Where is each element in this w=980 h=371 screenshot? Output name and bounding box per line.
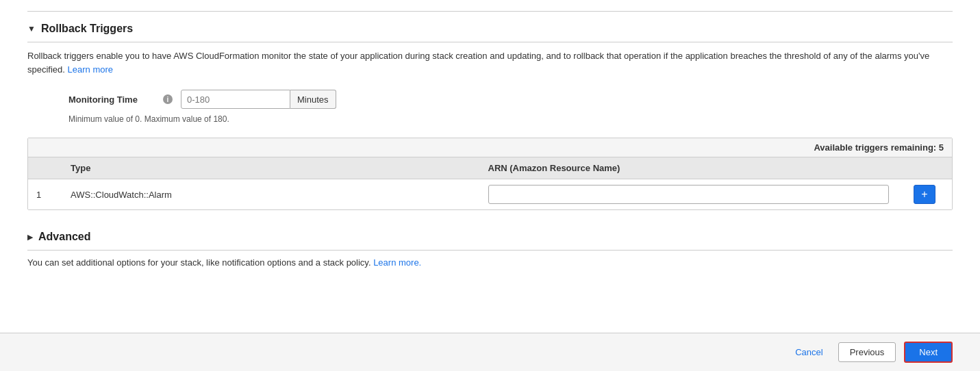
monitoring-time-info-icon[interactable]: i [163,94,173,104]
expand-icon[interactable]: ▶ [27,233,33,242]
triggers-col-headers: Type ARN (Amazon Resource Name) [28,157,952,179]
rollback-section-header: ▼ Rollback Triggers [27,23,953,42]
monitoring-time-hint: Minimum value of 0. Maximum value of 180… [68,114,953,124]
collapse-icon[interactable]: ▼ [27,24,36,34]
advanced-section-title: Advanced [38,231,90,243]
previous-button[interactable]: Previous [838,342,896,362]
add-trigger-button[interactable]: + [914,185,935,204]
col-arn-header: ARN (Amazon Resource Name) [480,157,898,179]
rollback-learn-more-link[interactable]: Learn more [68,64,113,75]
monitoring-time-row: Monitoring Time i Minutes [68,90,953,109]
monitoring-time-input[interactable] [181,90,290,109]
next-button[interactable]: Next [904,342,953,363]
trigger-row-action: + [897,179,952,209]
minutes-suffix: Minutes [290,90,336,109]
advanced-section-header: ▶ Advanced [27,231,953,251]
advanced-description: You can set additional options for your … [27,256,953,270]
footer-bar: Cancel Previous Next [0,333,980,371]
rollback-description: Rollback triggers enable you to have AWS… [27,49,953,76]
advanced-section: ▶ Advanced You can set additional option… [27,231,953,270]
col-type-header: Type [62,157,480,179]
trigger-row-1: 1 AWS::CloudWatch::Alarm + [28,179,952,209]
col-action-header [897,157,952,179]
advanced-learn-more-link[interactable]: Learn more. [373,257,421,268]
rollback-section-title: Rollback Triggers [41,23,133,35]
cancel-button[interactable]: Cancel [788,343,829,361]
available-triggers-header: Available triggers remaining: 5 [28,138,952,157]
trigger-row-type: AWS::CloudWatch::Alarm [62,184,480,205]
trigger-row-number: 1 [28,184,62,205]
trigger-row-arn [480,179,898,209]
triggers-table: Available triggers remaining: 5 Type ARN… [27,138,953,210]
arn-input[interactable] [488,185,890,204]
monitoring-time-label: Monitoring Time [68,94,158,105]
col-number-header [28,157,62,179]
